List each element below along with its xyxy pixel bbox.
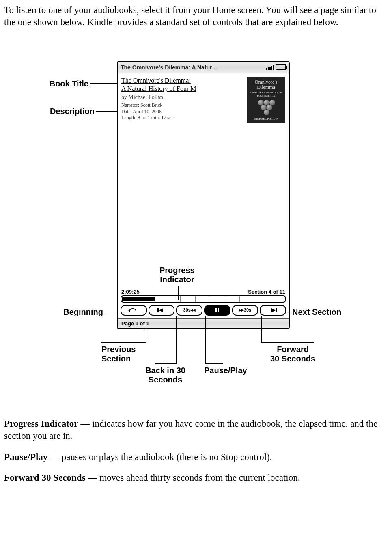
svg-rect-2 (218, 308, 219, 312)
previous-section-button[interactable] (149, 305, 175, 316)
status-title: The Omnivore's Dilemma: A Natur… (121, 64, 266, 71)
elapsed-time: 2:09:25 (121, 289, 140, 295)
content-area: The Omnivore's Dilemma: A Natural Histor… (118, 73, 289, 127)
audiobook-diagram: The Omnivore's Dilemma: A Natur… The Omn… (44, 61, 348, 393)
svg-rect-1 (215, 308, 217, 312)
status-bar: The Omnivore's Dilemma: A Natur… (118, 62, 289, 73)
label-back-30: Back in 30 Seconds (145, 366, 185, 385)
label-next-section: Next Section (292, 307, 341, 317)
label-book-title: Book Title (44, 79, 88, 88)
author-line: by Michael Pollan (121, 94, 243, 101)
svg-rect-3 (276, 308, 277, 312)
page-indicator: Page 1 of 1 (118, 318, 289, 328)
battery-icon (276, 64, 286, 70)
def-pause-body: — pauses or plays the audiobook (there i… (47, 452, 272, 462)
narrator-line: Narrator: Scott Brick (121, 102, 243, 109)
player-controls: 2:09:25 Section 4 of 11 30s◂◂ (118, 289, 289, 328)
label-description: Description (44, 107, 95, 116)
forward-30-button[interactable]: ▸▸30s (232, 305, 258, 316)
def-progress-title: Progress Indicator (4, 419, 78, 429)
book-title-line1: The Omnivore's Dilemma: (121, 77, 243, 85)
beginning-button[interactable] (121, 305, 147, 316)
label-beginning: Beginning (58, 307, 103, 317)
section-indicator: Section 4 of 11 (248, 289, 285, 295)
kindle-screen: The Omnivore's Dilemma: A Natur… The Omn… (117, 61, 290, 329)
label-forward-30: Forward 30 Seconds (270, 345, 315, 363)
signal-icon (266, 65, 274, 70)
date-line: Date: April 10, 2006 (121, 109, 243, 115)
svg-rect-0 (157, 308, 159, 312)
def-fwd-body: — moves ahead thirty seconds from the cu… (86, 473, 300, 483)
intro-paragraph: To listen to one of your audiobooks, sel… (4, 4, 388, 28)
length-line: Length: 8 hr. 1 min. 17 sec. (121, 115, 243, 121)
pause-play-button[interactable] (204, 305, 230, 316)
cover-art: Omnivore's Dilemma A NATURAL HISTORY OF … (247, 77, 285, 123)
book-title-line2: A Natural History of Four M (121, 85, 243, 93)
label-previous-section: Previous Section (101, 345, 136, 363)
definitions-section: Progress Indicator — indicates how far y… (4, 418, 388, 484)
label-pause-play: Pause/Play (204, 366, 247, 375)
def-pause-title: Pause/Play (4, 452, 47, 462)
label-progress-indicator: Progress Indicator (159, 266, 195, 284)
def-fwd-title: Forward 30 Seconds (4, 473, 86, 483)
back-30-button[interactable]: 30s◂◂ (176, 305, 202, 316)
progress-bar[interactable] (121, 295, 286, 303)
next-section-button[interactable] (260, 305, 286, 316)
